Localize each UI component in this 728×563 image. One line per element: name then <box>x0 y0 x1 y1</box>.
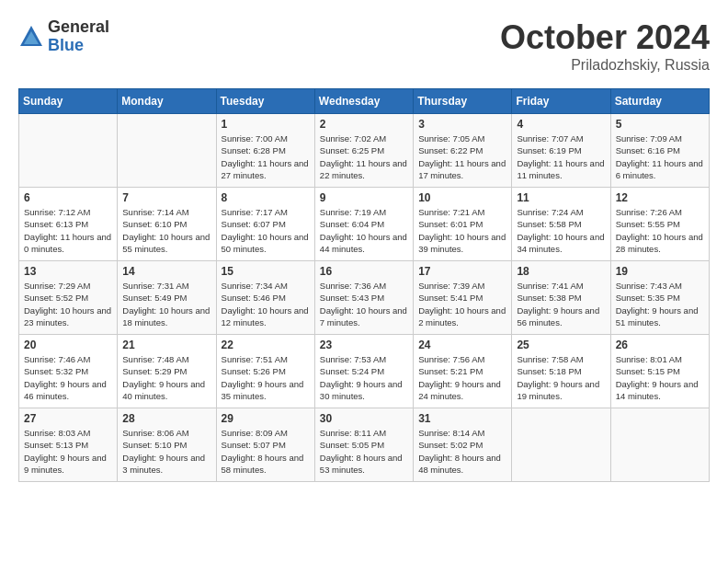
cell-content: Sunrise: 7:26 AM Sunset: 5:55 PM Dayligh… <box>616 206 704 255</box>
header-wednesday: Wednesday <box>314 89 413 114</box>
cell-content: Sunrise: 7:00 AM Sunset: 6:28 PM Dayligh… <box>222 132 310 181</box>
day-number: 23 <box>320 339 408 351</box>
header-row: SundayMondayTuesdayWednesdayThursdayFrid… <box>19 89 710 114</box>
title-block: October 2024 Priladozhskiy, Russia <box>500 18 710 74</box>
cell-0-5: 4Sunrise: 7:07 AM Sunset: 6:19 PM Daylig… <box>512 114 610 188</box>
cell-content: Sunrise: 7:58 AM Sunset: 5:18 PM Dayligh… <box>517 353 605 402</box>
cell-2-5: 18Sunrise: 7:41 AM Sunset: 5:38 PM Dayli… <box>512 261 610 335</box>
cell-1-1: 7Sunrise: 7:14 AM Sunset: 6:10 PM Daylig… <box>118 188 216 261</box>
header-tuesday: Tuesday <box>216 89 314 114</box>
cell-2-2: 15Sunrise: 7:34 AM Sunset: 5:46 PM Dayli… <box>216 261 314 335</box>
day-number: 17 <box>418 265 506 278</box>
day-number: 21 <box>122 339 210 351</box>
cell-3-0: 20Sunrise: 7:46 AM Sunset: 5:32 PM Dayli… <box>19 335 118 408</box>
week-row-2: 13Sunrise: 7:29 AM Sunset: 5:52 PM Dayli… <box>19 261 710 335</box>
page-header: General Blue October 2024 Priladozhskiy,… <box>18 18 710 74</box>
cell-content: Sunrise: 8:03 AM Sunset: 5:13 PM Dayligh… <box>24 427 112 476</box>
day-number: 24 <box>418 339 506 351</box>
day-number: 5 <box>616 118 704 131</box>
day-number: 14 <box>122 265 210 278</box>
cell-1-5: 11Sunrise: 7:24 AM Sunset: 5:58 PM Dayli… <box>512 188 610 261</box>
day-number: 29 <box>222 412 310 425</box>
cell-3-1: 21Sunrise: 7:48 AM Sunset: 5:29 PM Dayli… <box>118 335 216 408</box>
cell-3-6: 26Sunrise: 8:01 AM Sunset: 5:15 PM Dayli… <box>610 335 709 408</box>
day-number: 20 <box>24 339 112 351</box>
day-number: 3 <box>418 118 506 131</box>
cell-4-2: 29Sunrise: 8:09 AM Sunset: 5:07 PM Dayli… <box>216 408 314 482</box>
day-number: 27 <box>24 412 112 425</box>
cell-content: Sunrise: 7:56 AM Sunset: 5:21 PM Dayligh… <box>418 353 506 402</box>
week-row-1: 6Sunrise: 7:12 AM Sunset: 6:13 PM Daylig… <box>19 188 710 261</box>
cell-4-3: 30Sunrise: 8:11 AM Sunset: 5:05 PM Dayli… <box>314 408 413 482</box>
cell-content: Sunrise: 7:21 AM Sunset: 6:01 PM Dayligh… <box>418 206 506 255</box>
cell-1-0: 6Sunrise: 7:12 AM Sunset: 6:13 PM Daylig… <box>19 188 118 261</box>
cell-content: Sunrise: 7:43 AM Sunset: 5:35 PM Dayligh… <box>616 280 704 328</box>
cell-1-2: 8Sunrise: 7:17 AM Sunset: 6:07 PM Daylig… <box>216 188 314 261</box>
cell-content: Sunrise: 7:39 AM Sunset: 5:41 PM Dayligh… <box>418 280 506 328</box>
cell-1-6: 12Sunrise: 7:26 AM Sunset: 5:55 PM Dayli… <box>610 188 709 261</box>
day-number: 15 <box>222 265 310 278</box>
logo-general: General <box>48 18 109 37</box>
cell-4-4: 31Sunrise: 8:14 AM Sunset: 5:02 PM Dayli… <box>414 408 512 482</box>
cell-content: Sunrise: 7:09 AM Sunset: 6:16 PM Dayligh… <box>616 132 704 181</box>
day-number: 4 <box>517 118 605 131</box>
cell-content: Sunrise: 7:19 AM Sunset: 6:04 PM Dayligh… <box>320 206 408 255</box>
cell-content: Sunrise: 7:53 AM Sunset: 5:24 PM Dayligh… <box>320 353 408 402</box>
cell-0-6: 5Sunrise: 7:09 AM Sunset: 6:16 PM Daylig… <box>610 114 709 188</box>
cell-content: Sunrise: 7:36 AM Sunset: 5:43 PM Dayligh… <box>320 280 408 328</box>
cell-3-5: 25Sunrise: 7:58 AM Sunset: 5:18 PM Dayli… <box>512 335 610 408</box>
cell-content: Sunrise: 7:05 AM Sunset: 6:22 PM Dayligh… <box>418 132 506 181</box>
calendar-table: SundayMondayTuesdayWednesdayThursdayFrid… <box>18 88 710 482</box>
day-number: 12 <box>616 191 704 204</box>
header-friday: Friday <box>512 89 610 114</box>
cell-content: Sunrise: 7:07 AM Sunset: 6:19 PM Dayligh… <box>517 132 605 181</box>
day-number: 11 <box>517 191 605 204</box>
cell-content: Sunrise: 7:48 AM Sunset: 5:29 PM Dayligh… <box>122 353 210 402</box>
cell-4-5 <box>512 408 610 482</box>
cell-4-6 <box>610 408 709 482</box>
cell-4-0: 27Sunrise: 8:03 AM Sunset: 5:13 PM Dayli… <box>19 408 118 482</box>
cell-content: Sunrise: 7:41 AM Sunset: 5:38 PM Dayligh… <box>517 280 605 328</box>
day-number: 8 <box>222 191 310 204</box>
cell-1-3: 9Sunrise: 7:19 AM Sunset: 6:04 PM Daylig… <box>314 188 413 261</box>
cell-content: Sunrise: 7:29 AM Sunset: 5:52 PM Dayligh… <box>24 280 112 328</box>
day-number: 19 <box>616 265 704 278</box>
cell-content: Sunrise: 7:02 AM Sunset: 6:25 PM Dayligh… <box>320 132 408 181</box>
day-number: 6 <box>24 191 112 204</box>
day-number: 26 <box>616 339 704 351</box>
day-number: 10 <box>418 191 506 204</box>
logo-text: General Blue <box>48 18 109 55</box>
week-row-0: 1Sunrise: 7:00 AM Sunset: 6:28 PM Daylig… <box>19 114 710 188</box>
cell-0-2: 1Sunrise: 7:00 AM Sunset: 6:28 PM Daylig… <box>216 114 314 188</box>
cell-3-4: 24Sunrise: 7:56 AM Sunset: 5:21 PM Dayli… <box>414 335 512 408</box>
day-number: 30 <box>320 412 408 425</box>
day-number: 16 <box>320 265 408 278</box>
cell-0-3: 2Sunrise: 7:02 AM Sunset: 6:25 PM Daylig… <box>314 114 413 188</box>
cell-1-4: 10Sunrise: 7:21 AM Sunset: 6:01 PM Dayli… <box>414 188 512 261</box>
day-number: 9 <box>320 191 408 204</box>
cell-content: Sunrise: 8:14 AM Sunset: 5:02 PM Dayligh… <box>418 427 506 476</box>
logo-icon <box>18 24 44 50</box>
logo: General Blue <box>18 18 109 55</box>
cell-content: Sunrise: 7:34 AM Sunset: 5:46 PM Dayligh… <box>222 280 310 328</box>
cell-2-3: 16Sunrise: 7:36 AM Sunset: 5:43 PM Dayli… <box>314 261 413 335</box>
cell-content: Sunrise: 7:31 AM Sunset: 5:49 PM Dayligh… <box>122 280 210 328</box>
cell-3-2: 22Sunrise: 7:51 AM Sunset: 5:26 PM Dayli… <box>216 335 314 408</box>
cell-2-0: 13Sunrise: 7:29 AM Sunset: 5:52 PM Dayli… <box>19 261 118 335</box>
header-saturday: Saturday <box>610 89 709 114</box>
cell-2-1: 14Sunrise: 7:31 AM Sunset: 5:49 PM Dayli… <box>118 261 216 335</box>
cell-content: Sunrise: 7:24 AM Sunset: 5:58 PM Dayligh… <box>517 206 605 255</box>
cell-0-1 <box>118 114 216 188</box>
header-sunday: Sunday <box>19 89 118 114</box>
cell-content: Sunrise: 7:46 AM Sunset: 5:32 PM Dayligh… <box>24 353 112 402</box>
day-number: 22 <box>222 339 310 351</box>
day-number: 28 <box>122 412 210 425</box>
cell-3-3: 23Sunrise: 7:53 AM Sunset: 5:24 PM Dayli… <box>314 335 413 408</box>
day-number: 1 <box>222 118 310 131</box>
cell-0-0 <box>19 114 118 188</box>
cell-content: Sunrise: 8:09 AM Sunset: 5:07 PM Dayligh… <box>222 427 310 476</box>
cell-0-4: 3Sunrise: 7:05 AM Sunset: 6:22 PM Daylig… <box>414 114 512 188</box>
day-number: 25 <box>517 339 605 351</box>
title-location: Priladozhskiy, Russia <box>500 57 710 74</box>
day-number: 31 <box>418 412 506 425</box>
